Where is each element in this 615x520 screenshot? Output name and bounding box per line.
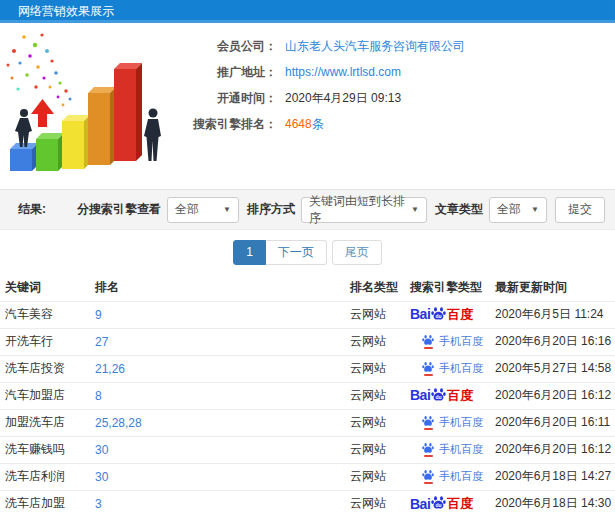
rank-link[interactable]: 3	[95, 497, 102, 511]
promo-url-link[interactable]: https://www.lrtlsd.com	[285, 65, 401, 79]
engine-cell: 手机百度	[405, 409, 490, 436]
rank-type-text: 云网站	[350, 388, 386, 402]
filter-bar: 结果: 分搜索引擎查看 全部 ▼ 排序方式 关键词由短到长排序 ▼ 文章类型 全…	[0, 189, 615, 230]
engine-filter-label: 分搜索引擎查看	[77, 201, 161, 218]
company-name-link[interactable]: 山东老人头汽车服务咨询有限公司	[285, 39, 465, 53]
updated-cell: 2020年6月20日 16:12	[490, 382, 615, 409]
keyword-cell: 加盟洗车店	[0, 409, 90, 436]
mobile-baidu-paw-icon	[422, 469, 434, 484]
keyword-cell: 洗车赚钱吗	[0, 436, 90, 463]
article-type-label: 文章类型	[435, 201, 483, 218]
rank-cell: 8	[90, 382, 345, 409]
updated-cell: 2020年6月18日 14:27	[490, 463, 615, 490]
rank-type-text: 云网站	[350, 334, 386, 348]
engine-cell: 手机百度	[405, 328, 490, 355]
keyword-text: 洗车店加盟	[5, 496, 65, 510]
keyword-text: 开洗车行	[5, 334, 53, 348]
keyword-text: 汽车美容	[5, 307, 53, 321]
article-type-select[interactable]: 全部 ▼	[489, 197, 547, 223]
ranking-row: 搜索引擎排名： 4648条	[185, 111, 465, 137]
mobile-baidu-text: 手机百度	[439, 444, 483, 455]
rank-type-text: 云网站	[350, 361, 386, 375]
member-info-section: 会员公司： 山东老人头汽车服务咨询有限公司 推广地址： https://www.…	[0, 23, 615, 189]
rank-type-cell: 云网站	[345, 328, 405, 355]
promo-url-row: 推广地址： https://www.lrtlsd.com	[185, 59, 465, 85]
next-page-button[interactable]: 下一页	[266, 240, 327, 265]
baidu-paw-icon: du	[431, 306, 446, 321]
rank-type-cell: 云网站	[345, 490, 405, 517]
sort-label: 排序方式	[247, 201, 295, 218]
baidu-mobile-logo: 手机百度	[410, 469, 483, 484]
rank-link[interactable]: 25,28,28	[95, 416, 142, 430]
rank-link[interactable]: 8	[95, 389, 102, 403]
table-row: 洗车店加盟 3 云网站 Bai du 百度 2020年6月18日 14:30	[0, 490, 615, 517]
updated-cell: 2020年6月20日 16:11	[490, 409, 615, 436]
baidu-cn-text: 百度	[447, 389, 473, 402]
rank-type-cell: 云网站	[345, 382, 405, 409]
baidu-paw-icon: du	[431, 387, 446, 402]
rank-cell: 30	[90, 463, 345, 490]
table-header-row: 关键词 排名 排名类型 搜索引擎类型 最新更新时间	[0, 275, 615, 301]
open-time-label: 开通时间：	[185, 85, 277, 111]
rank-type-text: 云网站	[350, 442, 386, 456]
baidu-cn-text: 百度	[447, 308, 473, 321]
paw-underline	[424, 482, 433, 484]
engine-filter-value: 全部	[175, 201, 199, 218]
up-arrow-icon	[31, 99, 54, 127]
mobile-baidu-paw-icon	[422, 442, 434, 457]
rank-cell: 9	[90, 301, 345, 328]
updated-text: 2020年6月20日 16:11	[495, 415, 610, 429]
updated-cell: 2020年6月18日 14:30	[490, 490, 615, 517]
rank-link[interactable]: 30	[95, 443, 108, 457]
baidu-pc-logo: Bai du 百度	[410, 307, 473, 322]
filter-controls: 分搜索引擎查看 全部 ▼ 排序方式 关键词由短到长排序 ▼ 文章类型 全部 ▼ …	[69, 197, 605, 223]
ranking-unit: 条	[312, 117, 324, 131]
rank-type-cell: 云网站	[345, 301, 405, 328]
rank-link[interactable]: 21,26	[95, 362, 125, 376]
mobile-baidu-text: 手机百度	[439, 417, 483, 428]
company-label: 会员公司：	[185, 33, 277, 59]
updated-text: 2020年6月5日 11:24	[495, 307, 604, 321]
updated-text: 2020年6月20日 16:12	[495, 388, 611, 402]
chevron-down-icon: ▼	[223, 205, 231, 214]
sort-select[interactable]: 关键词由短到长排序 ▼	[301, 197, 427, 223]
rank-link[interactable]: 9	[95, 308, 102, 322]
baidu-mobile-logo: 手机百度	[410, 415, 483, 430]
paw-underline	[424, 455, 433, 457]
table-row: 汽车美容 9 云网站 Bai du 百度 2020年6月5日 11:24	[0, 301, 615, 328]
table-row: 汽车加盟店 8 云网站 Bai du 百度 2020年6月20日 16:12	[0, 382, 615, 409]
mobile-baidu-text: 手机百度	[439, 363, 483, 374]
person-right	[144, 109, 161, 162]
ranking-count: 4648	[285, 117, 312, 131]
engine-cell: 手机百度	[405, 436, 490, 463]
updated-text: 2020年6月18日 14:30	[495, 496, 611, 510]
rank-link[interactable]: 30	[95, 470, 108, 484]
baidu-cn-text: 百度	[447, 497, 473, 510]
keyword-cell: 洗车店利润	[0, 463, 90, 490]
mobile-baidu-text: 手机百度	[439, 471, 483, 482]
rank-link[interactable]: 27	[95, 335, 108, 349]
rank-cell: 30	[90, 436, 345, 463]
person-left	[15, 109, 32, 147]
member-fields: 会员公司： 山东老人头汽车服务咨询有限公司 推广地址： https://www.…	[185, 23, 465, 189]
page-title: 网络营销效果展示	[18, 4, 114, 18]
updated-cell: 2020年5月27日 14:58	[490, 355, 615, 382]
rank-cell: 21,26	[90, 355, 345, 382]
keyword-cell: 汽车美容	[0, 301, 90, 328]
rank-cell: 3	[90, 490, 345, 517]
mobile-baidu-paw-icon	[422, 361, 434, 376]
keyword-text: 汽车加盟店	[5, 388, 65, 402]
bar-chart-bars	[10, 63, 142, 171]
rank-type-cell: 云网站	[345, 409, 405, 436]
confetti-dots	[7, 33, 72, 106]
table-row: 洗车店利润 30 云网站 手机百度 2020年6月18日 14:27	[0, 463, 615, 490]
promo-url-label: 推广地址：	[185, 59, 277, 85]
mobile-baidu-text: 手机百度	[439, 336, 483, 347]
last-page-button[interactable]: 尾页	[332, 240, 382, 265]
baidu-mobile-logo: 手机百度	[410, 361, 483, 376]
engine-cell: 手机百度	[405, 463, 490, 490]
submit-button[interactable]: 提交	[555, 197, 605, 223]
engine-filter-select[interactable]: 全部 ▼	[167, 197, 239, 223]
growth-chart-illustration	[0, 23, 185, 189]
page-1-button[interactable]: 1	[233, 240, 266, 265]
